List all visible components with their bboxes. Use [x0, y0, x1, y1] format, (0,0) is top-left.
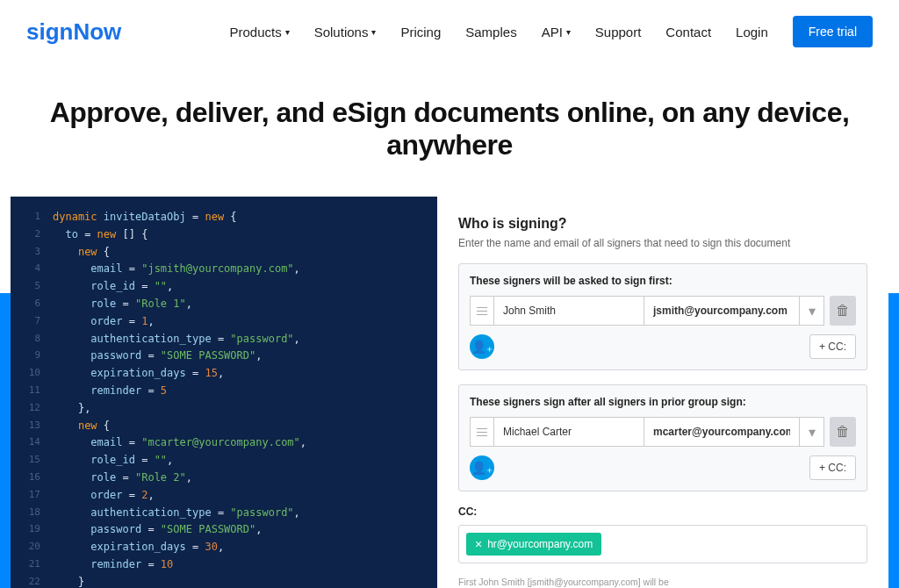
- hamburger-icon: [477, 428, 487, 436]
- nav-login[interactable]: Login: [736, 25, 768, 39]
- trash-icon: 🗑: [836, 424, 850, 440]
- signer-email-input[interactable]: [644, 417, 800, 447]
- code-line: 14 email = "mcarter@yourcompany.com",: [19, 434, 428, 452]
- code-line: 1dynamic inviteDataObj = new {: [19, 209, 428, 226]
- code-line: 7 order = 1,: [19, 313, 428, 331]
- add-signer-button[interactable]: 👤₊: [470, 334, 494, 359]
- code-line: 18 authentication_type = "password",: [19, 505, 428, 522]
- person-plus-icon: 👤₊: [471, 340, 493, 354]
- form-subtitle: Enter the name and email of all signers …: [458, 237, 867, 249]
- trash-icon: 🗑: [836, 303, 850, 319]
- signer-row: ▾ 🗑: [470, 296, 856, 326]
- person-plus-icon: 👤₊: [471, 461, 493, 475]
- code-snippet: 1dynamic inviteDataObj = new {2 to = new…: [11, 197, 437, 588]
- group-label: These signers will be asked to sign firs…: [470, 275, 856, 287]
- signer-group-1: These signers will be asked to sign firs…: [458, 263, 867, 370]
- chevron-down-icon: ▾: [566, 27, 571, 37]
- nav-samples[interactable]: Samples: [465, 25, 516, 39]
- code-line: 22 }: [19, 574, 428, 588]
- code-line: 21 reminder = 10: [19, 556, 428, 574]
- code-line: 9 password = "SOME PASSWORD",: [19, 348, 428, 365]
- signer-name-input[interactable]: [494, 296, 644, 326]
- code-line: 11 reminder = 5: [19, 383, 428, 400]
- add-cc-button[interactable]: + CC:: [809, 455, 856, 480]
- nav-support[interactable]: Support: [595, 25, 642, 39]
- signer-email-input[interactable]: [644, 296, 800, 326]
- chevron-down-icon: ▾: [809, 424, 816, 441]
- cc-section: CC: × hr@yourcompany.com: [458, 506, 867, 563]
- code-line: 10 expiration_days = 15,: [19, 365, 428, 383]
- nav-menu: Products▾ Solutions▾ Pricing Samples API…: [229, 16, 873, 47]
- nav-contact[interactable]: Contact: [665, 25, 711, 39]
- nav-api[interactable]: API▾: [542, 25, 571, 39]
- delete-signer-button[interactable]: 🗑: [830, 296, 856, 326]
- cc-input-box[interactable]: × hr@yourcompany.com: [458, 525, 867, 563]
- delete-signer-button[interactable]: 🗑: [830, 417, 856, 447]
- code-line: 5 role_id = "",: [19, 278, 428, 296]
- chevron-down-icon: ▾: [371, 27, 376, 37]
- signer-row: ▾ 🗑: [470, 417, 856, 447]
- code-line: 3 new {: [19, 244, 428, 262]
- cc-tag-text: hr@yourcompany.com: [487, 538, 593, 550]
- code-line: 17 order = 2,: [19, 487, 428, 505]
- nav-pricing[interactable]: Pricing: [400, 25, 441, 39]
- signer-options-dropdown[interactable]: ▾: [800, 417, 824, 447]
- code-line: 13 new {: [19, 418, 428, 435]
- code-line: 15 role_id = "",: [19, 452, 428, 470]
- chevron-down-icon: ▾: [809, 303, 816, 319]
- code-line: 8 authentication_type = "password",: [19, 331, 428, 348]
- code-line: 4 email = "jsmith@yourcompany.com",: [19, 261, 428, 278]
- signing-order-note: First John Smith [jsmith@yourcompany.com…: [458, 576, 695, 588]
- code-line: 20 expiration_days = 30,: [19, 539, 428, 556]
- code-line: 19 password = "SOME PASSWORD",: [19, 521, 428, 539]
- remove-cc-icon[interactable]: ×: [475, 537, 482, 551]
- code-line: 6 role = "Role 1",: [19, 296, 428, 313]
- signing-form: Who is signing? Enter the name and email…: [437, 197, 888, 588]
- nav-solutions[interactable]: Solutions▾: [314, 25, 377, 39]
- drag-handle[interactable]: [470, 417, 494, 447]
- signer-group-2: These signers sign after all signers in …: [458, 384, 867, 491]
- nav-products[interactable]: Products▾: [229, 25, 289, 39]
- chevron-down-icon: ▾: [285, 27, 290, 37]
- code-line: 12 },: [19, 400, 428, 418]
- free-trial-button[interactable]: Free trial: [793, 16, 873, 47]
- form-title: Who is signing?: [458, 216, 867, 232]
- page-title: Approve, deliver, and eSign documents on…: [18, 97, 881, 161]
- code-line: 16 role = "Role 2",: [19, 470, 428, 487]
- cc-tag: × hr@yourcompany.com: [466, 533, 601, 556]
- group-label: These signers sign after all signers in …: [470, 396, 856, 408]
- add-cc-button[interactable]: + CC:: [809, 334, 856, 359]
- cc-label: CC:: [458, 506, 867, 518]
- signer-options-dropdown[interactable]: ▾: [800, 296, 824, 326]
- top-nav: signNow Products▾ Solutions▾ Pricing Sam…: [0, 0, 899, 63]
- code-line: 2 to = new [] {: [19, 226, 428, 244]
- signer-name-input[interactable]: [494, 417, 644, 447]
- drag-handle[interactable]: [470, 296, 494, 326]
- hamburger-icon: [477, 307, 487, 315]
- logo[interactable]: signNow: [26, 18, 121, 46]
- add-signer-button[interactable]: 👤₊: [470, 455, 494, 480]
